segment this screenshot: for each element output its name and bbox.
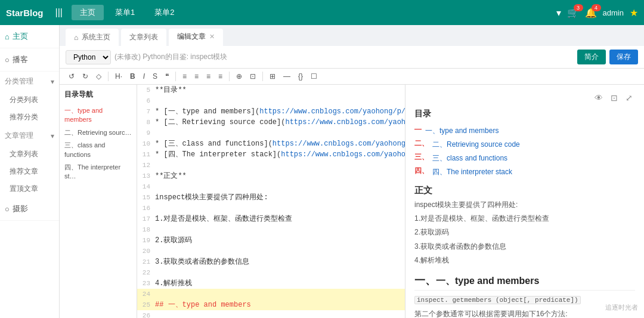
code-line-26[interactable]: 26 xyxy=(137,310,405,318)
align-center-button[interactable]: ≡ xyxy=(191,71,202,82)
preview-toc-item-2[interactable]: 三、 三、class and functions xyxy=(414,152,635,165)
preview-toc-label-2[interactable]: 三、class and functions xyxy=(432,152,507,165)
intro-button[interactable]: 简介 xyxy=(577,50,606,64)
line-content-5: **目录** xyxy=(155,85,405,95)
line-content-20 xyxy=(155,246,405,257)
line-number-16: 16 xyxy=(137,203,155,214)
podcast-icon: ○ xyxy=(5,55,10,64)
breadcrumb-tab-home[interactable]: ⌂ 系统主页 xyxy=(66,29,119,46)
sidebar-item-recommend-classify[interactable]: 推荐分类 xyxy=(0,109,59,126)
code-line-20[interactable]: 20 xyxy=(137,246,405,257)
line-content-21: 3.获取类或者函数的参数信息 xyxy=(155,257,405,267)
sidebar-item-top-article[interactable]: 置顶文章 xyxy=(0,180,59,197)
sep2 xyxy=(175,72,176,81)
toc-item-1[interactable]: 二、Retrieving sourc… xyxy=(64,126,132,139)
italic-button[interactable]: I xyxy=(140,71,148,82)
sidebar-item-podcast[interactable]: ○ 播客 xyxy=(0,48,59,72)
heading-button[interactable]: H· xyxy=(112,71,125,82)
section-prefix: 一、 xyxy=(414,274,436,286)
code-line-21[interactable]: 213.获取类或者函数的参数信息 xyxy=(137,257,405,267)
top-menu-home[interactable]: 主页 xyxy=(72,5,104,20)
align-left-button[interactable]: ≡ xyxy=(179,71,190,82)
preview-panel: 👁 ⊡ ⤢ 目录 — 一、type and members 二、 二、Retri… xyxy=(405,85,644,318)
line-content-18 xyxy=(155,224,405,235)
code-panel[interactable]: 5**目录**67* [一、type and members](https://… xyxy=(137,85,405,318)
preview-expand-button[interactable]: ⤢ xyxy=(623,92,635,104)
code-line-12[interactable]: 12 xyxy=(137,160,405,171)
more-button[interactable]: ☐ xyxy=(308,71,320,82)
code-line-6[interactable]: 6 xyxy=(137,95,405,106)
sidebar-section-article[interactable]: 文章管理 ▾ xyxy=(0,126,59,146)
breadcrumb-tab-article-list[interactable]: 文章列表 xyxy=(121,29,166,46)
sidebar-item-classify-list[interactable]: 分类列表 xyxy=(0,91,59,109)
code-line-13[interactable]: 13**正文** xyxy=(137,171,405,181)
strikethrough-button[interactable]: S xyxy=(150,71,160,82)
code-line-17[interactable]: 171.对是否是模块、框架、函数进行类型检查 xyxy=(137,214,405,224)
sidebar-article-chevron: ▾ xyxy=(51,132,54,140)
code-line-23[interactable]: 234.解析推栈 xyxy=(137,278,405,289)
code-line-18[interactable]: 18 xyxy=(137,224,405,235)
breadcrumb-tab-edit[interactable]: 编辑文章 ✕ xyxy=(169,29,223,46)
code-button[interactable]: {} xyxy=(295,71,306,82)
sidebar-item-article-list[interactable]: 文章列表 xyxy=(0,146,59,163)
line-content-6 xyxy=(155,95,405,106)
table-button[interactable]: ⊞ xyxy=(267,71,278,82)
toc-item-3[interactable]: 四、The interpreter st… xyxy=(64,161,132,183)
menu-toggle-icon[interactable]: ||| xyxy=(55,7,63,18)
bell-icon[interactable]: 🔔4 xyxy=(585,7,597,18)
preview-toc-label-0[interactable]: 一、type and members xyxy=(425,125,499,137)
code-line-14[interactable]: 14 xyxy=(137,181,405,192)
toc-panel: 目录导航 一、type and members 二、Retrieving sou… xyxy=(60,85,137,318)
code-line-19[interactable]: 192.获取源码 xyxy=(137,235,405,246)
line-content-10: * [三、class and functions](https://www.cn… xyxy=(155,138,405,149)
breadcrumb-close-icon[interactable]: ✕ xyxy=(209,33,215,41)
sidebar-recommend-classify-label: 推荐分类 xyxy=(10,113,38,121)
preview-refresh-button[interactable]: ⊡ xyxy=(608,92,620,104)
preview-toc-label-1[interactable]: 二、Retrieving source code xyxy=(432,138,520,151)
sep1 xyxy=(108,72,109,81)
top-menu-items: 主页 菜单1 菜单2 xyxy=(72,5,556,20)
sidebar-section-classify[interactable]: 分类管理 ▾ xyxy=(0,72,59,91)
top-menu-2[interactable]: 菜单2 xyxy=(146,5,182,20)
code-line-22[interactable]: 22 xyxy=(137,267,405,278)
code-line-15[interactable]: 15inspect模块主要提供了四种用处: xyxy=(137,192,405,203)
sidebar-item-recommend-article[interactable]: 推荐文章 xyxy=(0,163,59,180)
top-menu-1[interactable]: 菜单1 xyxy=(107,5,143,20)
preview-toc-item-0[interactable]: — 一、type and members xyxy=(414,124,635,138)
code-line-16[interactable]: 16 xyxy=(137,203,405,214)
redo-button[interactable]: ↻ xyxy=(79,71,91,82)
code-line-7[interactable]: 7* [一、type and members](https://www.cnbl… xyxy=(137,106,405,117)
preview-toc-item-1[interactable]: 二、 二、Retrieving source code xyxy=(414,138,635,152)
preview-toc-item-3[interactable]: 四、 四、The interpreter stack xyxy=(414,165,635,179)
language-select[interactable]: Python xyxy=(66,50,111,64)
code-line-8[interactable]: 8* [二、Retrieving source code](https://ww… xyxy=(137,117,405,128)
quote-button[interactable]: ❝ xyxy=(162,71,172,82)
code-line-24[interactable]: 24 xyxy=(137,289,405,300)
sidebar-item-home[interactable]: ⌂ 主页 xyxy=(0,25,59,48)
code-line-5[interactable]: 5**目录** xyxy=(137,85,405,95)
sidebar-item-photo[interactable]: ○ 摄影 xyxy=(0,197,59,221)
code-line-25[interactable]: 25## 一、type and members xyxy=(137,300,405,310)
list-button[interactable]: ≡ xyxy=(215,71,225,82)
preview-eye-button[interactable]: 👁 xyxy=(592,92,605,104)
toc-item-2[interactable]: 三、class and functions xyxy=(64,139,132,161)
image-button[interactable]: ⊡ xyxy=(247,71,259,82)
cart-icon[interactable]: 🛒3 xyxy=(567,7,579,18)
hr-button[interactable]: — xyxy=(280,71,293,82)
save-button[interactable]: 保存 xyxy=(609,50,638,64)
code-line-10[interactable]: 10* [三、class and functions](https://www.… xyxy=(137,138,405,149)
toc-item-0[interactable]: 一、type and members xyxy=(64,104,132,126)
align-right-button[interactable]: ≡ xyxy=(203,71,213,82)
code-line-9[interactable]: 9 xyxy=(137,128,405,138)
undo-button[interactable]: ↺ xyxy=(66,71,78,82)
line-number-21: 21 xyxy=(137,257,155,267)
dropdown-icon[interactable]: ▾ xyxy=(556,7,561,18)
link-button[interactable]: ⊕ xyxy=(233,71,245,82)
clear-button[interactable]: ◇ xyxy=(93,71,104,82)
line-number-8: 8 xyxy=(137,117,155,128)
line-number-10: 10 xyxy=(137,138,155,149)
preview-toc-label-3[interactable]: 四、The interpreter stack xyxy=(432,166,512,178)
code-line-11[interactable]: 11* [四、The interpreter stack](https://ww… xyxy=(137,149,405,160)
bold-button[interactable]: B xyxy=(127,71,138,82)
toc-title: 目录导航 xyxy=(64,89,132,100)
